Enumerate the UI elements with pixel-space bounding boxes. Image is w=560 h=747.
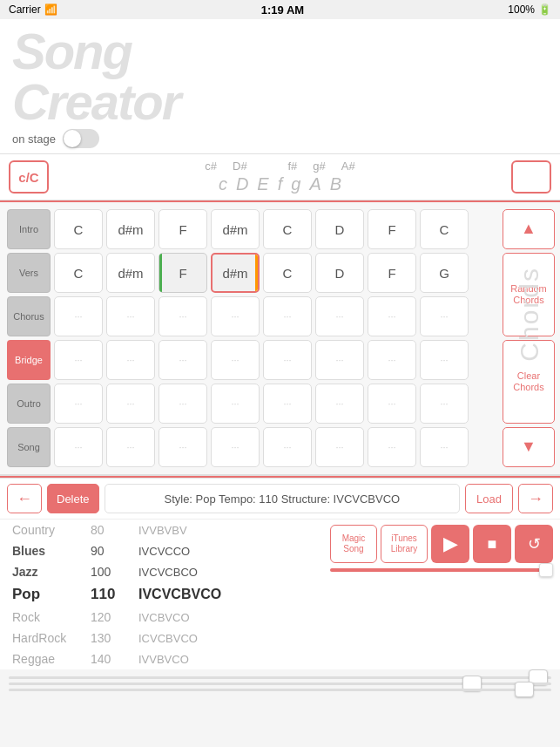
chord-cell[interactable]: D: [315, 253, 364, 293]
song-row-rock[interactable]: Rock 120 IVCBVCO: [7, 607, 316, 628]
chord-row-intro: C d#m F d#m C D F C: [54, 209, 499, 249]
chord-cell[interactable]: ···: [315, 296, 364, 336]
chord-cell[interactable]: ···: [420, 296, 469, 336]
chord-cell[interactable]: ···: [263, 427, 312, 467]
on-stage-toggle[interactable]: [63, 129, 99, 148]
slider-track-3[interactable]: [9, 689, 551, 691]
chord-cell[interactable]: ···: [315, 384, 364, 424]
chord-cell[interactable]: ···: [368, 384, 416, 424]
current-key-button[interactable]: c/C: [9, 160, 49, 194]
chord-cell[interactable]: ···: [211, 427, 260, 467]
chord-cell[interactable]: ···: [368, 427, 416, 467]
chord-cell[interactable]: d#m: [106, 209, 155, 249]
song-row-jazz[interactable]: Jazz 100 IVCVCBCO: [7, 561, 316, 582]
key-selector: c/C c# D# f# g# A# c D E f g A B: [0, 153, 560, 200]
chord-row-outro: ··· ··· ··· ··· ··· ··· ··· ···: [54, 384, 499, 424]
scroll-down-button[interactable]: ▼: [503, 427, 555, 467]
chord-cell[interactable]: ···: [159, 384, 207, 424]
chord-cell[interactable]: F: [159, 209, 207, 249]
playback-controls: Magic Song iTunes Library ▶ ■ ↺: [323, 520, 560, 669]
chord-cell[interactable]: ···: [315, 427, 364, 467]
prev-button[interactable]: ←: [7, 484, 42, 513]
song-row-pop[interactable]: Pop 110 IVCVCBVCO: [7, 582, 316, 607]
chord-cell[interactable]: d#m: [211, 209, 260, 249]
slider-thumb-3[interactable]: [515, 682, 534, 697]
song-row-hardrock[interactable]: HardRock 130 ICVCBVCO: [7, 628, 316, 649]
chord-cell[interactable]: F: [368, 253, 416, 293]
progress-track[interactable]: [330, 568, 553, 572]
chord-cell[interactable]: d#m: [211, 253, 260, 293]
toggle-knob: [64, 130, 81, 147]
play-button[interactable]: ▶: [431, 525, 469, 563]
itunes-library-button[interactable]: iTunes Library: [381, 525, 428, 563]
chord-cell[interactable]: ···: [159, 340, 207, 380]
delete-button[interactable]: Delete: [47, 484, 99, 513]
chord-cell[interactable]: C: [263, 209, 312, 249]
scroll-up-button[interactable]: ▲: [503, 209, 555, 249]
chord-cell[interactable]: ···: [54, 384, 103, 424]
slider-row-3: [9, 689, 551, 691]
chord-cell[interactable]: ···: [263, 340, 312, 380]
chord-cell[interactable]: D: [315, 209, 364, 249]
chord-cell[interactable]: ···: [106, 340, 155, 380]
chord-grid-area: Intro Vers Chorus Bridge Outro Song C d#…: [0, 202, 560, 476]
sliders-area: [0, 669, 560, 698]
slider-track-2[interactable]: [9, 682, 551, 685]
magic-song-button[interactable]: Magic Song: [330, 525, 377, 563]
song-row-country[interactable]: Country 80 IVVBVBV: [7, 520, 316, 540]
chord-cell[interactable]: ···: [106, 427, 155, 467]
section-song[interactable]: Song: [7, 427, 51, 467]
style-info: Style: Pop Tempo: 110 Structure: IVCVCBV…: [105, 484, 461, 513]
section-vers[interactable]: Vers: [7, 253, 51, 293]
chord-cell[interactable]: ···: [420, 384, 469, 424]
chord-cell[interactable]: ···: [315, 340, 364, 380]
chord-cell[interactable]: ···: [54, 296, 103, 336]
clear-chords-button[interactable]: Clear Chords: [503, 340, 555, 424]
section-intro[interactable]: Intro: [7, 209, 51, 249]
section-outro[interactable]: Outro: [7, 384, 51, 424]
chord-cell[interactable]: d#m: [106, 253, 155, 293]
chord-cell[interactable]: ···: [54, 427, 103, 467]
chord-cell[interactable]: ···: [211, 384, 260, 424]
chord-cell[interactable]: F: [159, 253, 207, 293]
section-bridge[interactable]: Bridge: [7, 340, 51, 380]
chord-cell[interactable]: ···: [211, 340, 260, 380]
chord-cell[interactable]: ···: [368, 296, 416, 336]
repeat-button[interactable]: ↺: [515, 525, 553, 563]
chord-cell[interactable]: ···: [211, 296, 260, 336]
chord-cell[interactable]: ···: [263, 384, 312, 424]
load-button[interactable]: Load: [465, 484, 513, 513]
random-chords-button[interactable]: Random Chords: [503, 253, 555, 336]
chord-cell[interactable]: ···: [263, 296, 312, 336]
section-chorus[interactable]: Chorus: [7, 296, 51, 336]
chord-cell[interactable]: ···: [420, 427, 469, 467]
carrier-label: Carrier: [9, 3, 41, 16]
chord-cell[interactable]: ···: [420, 340, 469, 380]
chord-row-bridge: ··· ··· ··· ··· ··· ··· ··· ···: [54, 340, 499, 380]
chord-cell[interactable]: G: [420, 253, 469, 293]
chord-cell[interactable]: C: [54, 253, 103, 293]
chord-cell[interactable]: ···: [54, 340, 103, 380]
chord-cell[interactable]: ···: [159, 296, 207, 336]
progress-row: [330, 568, 553, 572]
slider-row-2: [9, 682, 551, 685]
chord-row-song: ··· ··· ··· ··· ··· ··· ··· ···: [54, 427, 499, 467]
next-button[interactable]: →: [518, 484, 553, 513]
chord-cell[interactable]: C: [420, 209, 469, 249]
chord-cell[interactable]: ···: [368, 340, 416, 380]
key-sharps: c# D# f# g# A#: [205, 160, 354, 173]
section-labels: Intro Vers Chorus Bridge Outro Song: [7, 209, 51, 467]
chord-cell[interactable]: ···: [106, 296, 155, 336]
chord-cell[interactable]: C: [263, 253, 312, 293]
song-row-blues[interactable]: Blues 90 IVCVCCO: [7, 540, 316, 561]
progress-thumb[interactable]: [539, 563, 553, 577]
chord-cell[interactable]: F: [368, 209, 416, 249]
chord-cell[interactable]: C: [54, 209, 103, 249]
key-empty-button[interactable]: [511, 160, 551, 194]
chord-rows: C d#m F d#m C D F C C d#m F d#m C D F G: [54, 209, 499, 467]
chord-cell[interactable]: ···: [106, 384, 155, 424]
song-list: Country 80 IVVBVBV Blues 90 IVCVCCO Jazz…: [0, 520, 323, 669]
song-row-reggae[interactable]: Reggae 140 IVVBVCO: [7, 649, 316, 669]
stop-button[interactable]: ■: [473, 525, 511, 563]
chord-cell[interactable]: ···: [159, 427, 207, 467]
